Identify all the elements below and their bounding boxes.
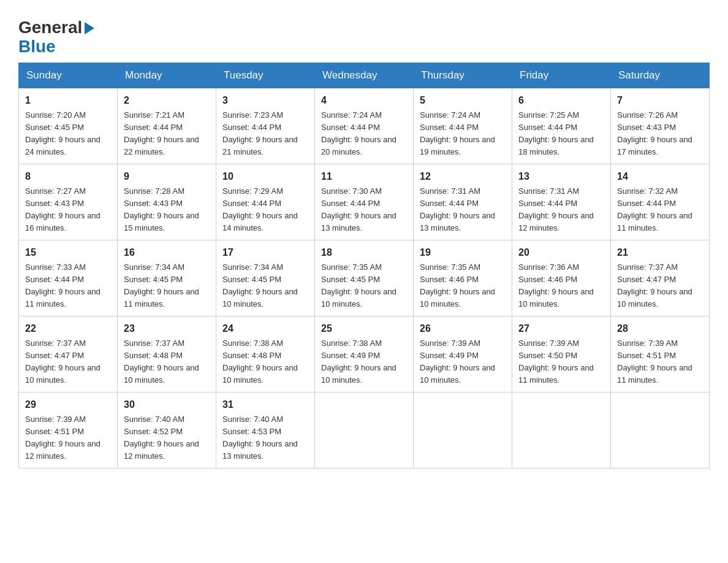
day-number: 7 <box>617 93 703 108</box>
day-number: 31 <box>222 397 308 412</box>
day-number: 16 <box>124 245 210 260</box>
day-info: Sunrise: 7:37 AMSunset: 4:47 PMDaylight:… <box>25 339 100 385</box>
day-info: Sunrise: 7:34 AMSunset: 4:45 PMDaylight:… <box>124 262 199 309</box>
day-number: 29 <box>25 397 111 412</box>
calendar-cell: 21Sunrise: 7:37 AMSunset: 4:47 PMDayligh… <box>611 240 710 316</box>
col-header-thursday: Thursday <box>414 63 512 88</box>
col-header-saturday: Saturday <box>611 63 710 88</box>
calendar-cell: 12Sunrise: 7:31 AMSunset: 4:44 PMDayligh… <box>414 164 512 240</box>
calendar-cell: 27Sunrise: 7:39 AMSunset: 4:50 PMDayligh… <box>512 316 611 392</box>
day-number: 14 <box>617 169 703 184</box>
day-info: Sunrise: 7:38 AMSunset: 4:48 PMDaylight:… <box>222 339 298 385</box>
calendar-cell: 22Sunrise: 7:37 AMSunset: 4:47 PMDayligh… <box>19 316 118 392</box>
day-number: 12 <box>420 169 506 184</box>
day-info: Sunrise: 7:40 AMSunset: 4:53 PMDaylight:… <box>222 415 298 461</box>
calendar-week-row: 8Sunrise: 7:27 AMSunset: 4:43 PMDaylight… <box>19 164 710 240</box>
day-info: Sunrise: 7:39 AMSunset: 4:51 PMDaylight:… <box>25 415 100 461</box>
day-info: Sunrise: 7:28 AMSunset: 4:43 PMDaylight:… <box>124 186 199 233</box>
calendar-cell: 19Sunrise: 7:35 AMSunset: 4:46 PMDayligh… <box>414 240 512 316</box>
day-number: 10 <box>222 169 308 184</box>
logo-container: General Blue <box>18 18 94 56</box>
day-info: Sunrise: 7:35 AMSunset: 4:45 PMDaylight:… <box>321 262 396 309</box>
calendar-week-row: 1Sunrise: 7:20 AMSunset: 4:45 PMDaylight… <box>19 88 710 164</box>
day-number: 5 <box>420 93 506 108</box>
calendar-cell: 25Sunrise: 7:38 AMSunset: 4:49 PMDayligh… <box>315 316 414 392</box>
col-header-tuesday: Tuesday <box>216 63 315 88</box>
day-info: Sunrise: 7:38 AMSunset: 4:49 PMDaylight:… <box>321 339 396 385</box>
calendar-cell: 28Sunrise: 7:39 AMSunset: 4:51 PMDayligh… <box>611 316 710 392</box>
col-header-friday: Friday <box>512 63 611 88</box>
calendar-week-row: 29Sunrise: 7:39 AMSunset: 4:51 PMDayligh… <box>19 392 710 468</box>
calendar-cell: 30Sunrise: 7:40 AMSunset: 4:52 PMDayligh… <box>118 392 216 468</box>
calendar-cell: 3Sunrise: 7:23 AMSunset: 4:44 PMDaylight… <box>216 88 315 164</box>
calendar-cell: 6Sunrise: 7:25 AMSunset: 4:44 PMDaylight… <box>512 88 611 164</box>
calendar-cell: 29Sunrise: 7:39 AMSunset: 4:51 PMDayligh… <box>19 392 118 468</box>
day-number: 9 <box>124 169 210 184</box>
calendar-cell <box>414 392 512 468</box>
calendar-cell: 2Sunrise: 7:21 AMSunset: 4:44 PMDaylight… <box>118 88 216 164</box>
col-header-wednesday: Wednesday <box>315 63 414 88</box>
calendar-cell: 31Sunrise: 7:40 AMSunset: 4:53 PMDayligh… <box>216 392 315 468</box>
calendar-week-row: 22Sunrise: 7:37 AMSunset: 4:47 PMDayligh… <box>19 316 710 392</box>
calendar-cell: 17Sunrise: 7:34 AMSunset: 4:45 PMDayligh… <box>216 240 315 316</box>
day-info: Sunrise: 7:21 AMSunset: 4:44 PMDaylight:… <box>124 110 199 157</box>
day-number: 22 <box>25 321 111 336</box>
logo-triangle-icon <box>85 22 94 34</box>
col-header-sunday: Sunday <box>19 63 118 88</box>
day-number: 23 <box>124 321 210 336</box>
logo: General Blue <box>18 18 94 56</box>
day-number: 2 <box>124 93 210 108</box>
day-number: 20 <box>518 245 604 260</box>
calendar-cell: 7Sunrise: 7:26 AMSunset: 4:43 PMDaylight… <box>611 88 710 164</box>
day-info: Sunrise: 7:34 AMSunset: 4:45 PMDaylight:… <box>222 262 298 309</box>
day-info: Sunrise: 7:25 AMSunset: 4:44 PMDaylight:… <box>518 110 594 157</box>
day-info: Sunrise: 7:31 AMSunset: 4:44 PMDaylight:… <box>420 186 495 233</box>
day-info: Sunrise: 7:39 AMSunset: 4:49 PMDaylight:… <box>420 339 495 385</box>
day-info: Sunrise: 7:39 AMSunset: 4:51 PMDaylight:… <box>617 339 692 385</box>
day-number: 8 <box>25 169 111 184</box>
calendar-cell: 15Sunrise: 7:33 AMSunset: 4:44 PMDayligh… <box>19 240 118 316</box>
day-number: 24 <box>222 321 308 336</box>
calendar-cell: 24Sunrise: 7:38 AMSunset: 4:48 PMDayligh… <box>216 316 315 392</box>
day-info: Sunrise: 7:36 AMSunset: 4:46 PMDaylight:… <box>518 262 594 309</box>
calendar-cell: 16Sunrise: 7:34 AMSunset: 4:45 PMDayligh… <box>118 240 216 316</box>
day-number: 21 <box>617 245 703 260</box>
calendar-cell <box>315 392 414 468</box>
calendar-cell: 26Sunrise: 7:39 AMSunset: 4:49 PMDayligh… <box>414 316 512 392</box>
day-number: 3 <box>222 93 308 108</box>
calendar-cell: 18Sunrise: 7:35 AMSunset: 4:45 PMDayligh… <box>315 240 414 316</box>
day-number: 18 <box>321 245 407 260</box>
day-info: Sunrise: 7:39 AMSunset: 4:50 PMDaylight:… <box>518 339 594 385</box>
day-info: Sunrise: 7:24 AMSunset: 4:44 PMDaylight:… <box>420 110 495 157</box>
calendar-cell: 4Sunrise: 7:24 AMSunset: 4:44 PMDaylight… <box>315 88 414 164</box>
day-info: Sunrise: 7:23 AMSunset: 4:44 PMDaylight:… <box>222 110 298 157</box>
day-number: 6 <box>518 93 604 108</box>
day-number: 28 <box>617 321 703 336</box>
day-number: 19 <box>420 245 506 260</box>
calendar-cell: 5Sunrise: 7:24 AMSunset: 4:44 PMDaylight… <box>414 88 512 164</box>
day-number: 25 <box>321 321 407 336</box>
calendar-cell: 10Sunrise: 7:29 AMSunset: 4:44 PMDayligh… <box>216 164 315 240</box>
calendar-cell: 1Sunrise: 7:20 AMSunset: 4:45 PMDaylight… <box>19 88 118 164</box>
day-info: Sunrise: 7:33 AMSunset: 4:44 PMDaylight:… <box>25 262 100 309</box>
calendar-cell: 13Sunrise: 7:31 AMSunset: 4:44 PMDayligh… <box>512 164 611 240</box>
calendar-cell: 8Sunrise: 7:27 AMSunset: 4:43 PMDaylight… <box>19 164 118 240</box>
calendar-cell: 11Sunrise: 7:30 AMSunset: 4:44 PMDayligh… <box>315 164 414 240</box>
logo-blue-text: Blue <box>18 37 56 56</box>
page-header: General Blue <box>18 12 710 56</box>
day-number: 4 <box>321 93 407 108</box>
day-number: 13 <box>518 169 604 184</box>
day-number: 17 <box>222 245 308 260</box>
calendar-week-row: 15Sunrise: 7:33 AMSunset: 4:44 PMDayligh… <box>19 240 710 316</box>
calendar-cell <box>611 392 710 468</box>
day-number: 11 <box>321 169 407 184</box>
calendar-header-row: SundayMondayTuesdayWednesdayThursdayFrid… <box>19 63 710 88</box>
day-info: Sunrise: 7:20 AMSunset: 4:45 PMDaylight:… <box>25 110 100 157</box>
day-info: Sunrise: 7:32 AMSunset: 4:44 PMDaylight:… <box>617 186 692 233</box>
day-info: Sunrise: 7:35 AMSunset: 4:46 PMDaylight:… <box>420 262 495 309</box>
day-info: Sunrise: 7:40 AMSunset: 4:52 PMDaylight:… <box>124 415 199 461</box>
day-number: 1 <box>25 93 111 108</box>
calendar-cell: 23Sunrise: 7:37 AMSunset: 4:48 PMDayligh… <box>118 316 216 392</box>
day-number: 26 <box>420 321 506 336</box>
calendar-cell: 14Sunrise: 7:32 AMSunset: 4:44 PMDayligh… <box>611 164 710 240</box>
